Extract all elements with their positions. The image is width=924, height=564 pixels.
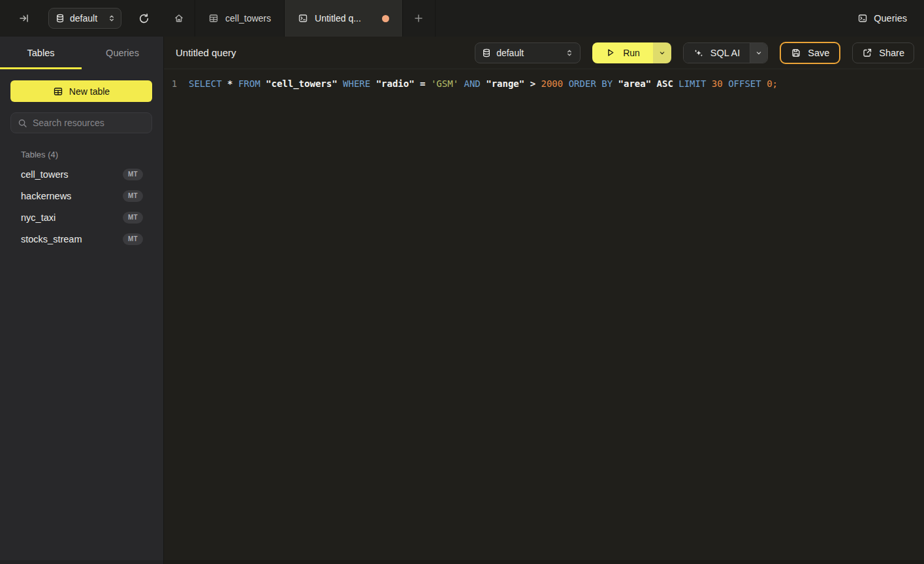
table-name: cell_towers: [21, 169, 69, 180]
search-icon: [18, 118, 27, 128]
top-bar: default: [0, 0, 924, 37]
query-database-value: default: [496, 48, 524, 58]
new-table-label: New table: [69, 86, 110, 97]
console-icon: [298, 13, 308, 24]
chevron-down-icon: [755, 49, 763, 57]
database-icon: [482, 48, 491, 58]
search-input[interactable]: [33, 118, 151, 128]
plus-icon: [413, 13, 424, 24]
table-row[interactable]: hackernews MT: [0, 185, 163, 207]
table-row[interactable]: cell_towers MT: [0, 163, 163, 185]
share-button[interactable]: Share: [852, 42, 914, 63]
search-box: [10, 112, 152, 133]
save-button[interactable]: Save: [780, 42, 840, 64]
database-selector[interactable]: default: [48, 8, 121, 29]
run-options-button[interactable]: [653, 42, 671, 63]
tables-section-title: Tables (4): [21, 150, 163, 159]
save-button-label: Save: [808, 48, 829, 58]
play-icon: [605, 48, 615, 58]
tab-label: cell_towers: [225, 13, 271, 24]
console-icon: [857, 13, 868, 24]
database-icon: [56, 14, 65, 23]
sidebar-tab-label: Queries: [106, 48, 139, 58]
database-selector-value: default: [70, 13, 97, 24]
table-icon: [53, 86, 63, 97]
toolbar-actions: default Run: [458, 42, 914, 64]
table-engine-badge: MT: [123, 190, 143, 202]
table-icon: [208, 13, 219, 24]
sidebar: Tables Queries New table Tables (4) cell…: [0, 37, 163, 564]
run-button-label: Run: [623, 48, 640, 58]
save-icon: [791, 48, 801, 58]
sidebar-tabs: Tables Queries: [0, 37, 163, 69]
collapse-sidebar-icon: [19, 13, 29, 24]
tab-cell-towers[interactable]: cell_towers: [195, 0, 285, 37]
main-area: Untitled query default: [163, 37, 924, 564]
code-line: 1 SELECT * FROM "cell_towers" WHERE "rad…: [164, 76, 924, 91]
sql-ai-button[interactable]: SQL AI: [684, 43, 750, 63]
topbar-left-section: default: [0, 0, 163, 37]
tab-home[interactable]: [163, 0, 195, 37]
sidebar-tab-tables[interactable]: Tables: [0, 37, 82, 69]
new-table-button[interactable]: New table: [10, 80, 152, 102]
chevron-down-icon: [658, 49, 666, 57]
sidebar-tab-queries[interactable]: Queries: [82, 37, 163, 69]
table-row[interactable]: stocks_stream MT: [0, 228, 163, 250]
refresh-button[interactable]: [136, 10, 152, 27]
unsaved-changes-dot: [382, 15, 389, 22]
new-tab-button[interactable]: [403, 0, 436, 37]
tab-untitled-query[interactable]: Untitled q...: [285, 0, 403, 37]
sidebar-tab-label: Tables: [27, 48, 55, 58]
sql-ai-options-button[interactable]: [750, 43, 767, 63]
code-content: SELECT * FROM "cell_towers" WHERE "radio…: [189, 76, 778, 91]
run-button[interactable]: Run: [592, 42, 653, 63]
share-button-label: Share: [879, 48, 904, 58]
table-row[interactable]: nyc_taxi MT: [0, 207, 163, 228]
table-engine-badge: MT: [123, 212, 143, 224]
table-list: cell_towers MT hackernews MT nyc_taxi MT…: [0, 163, 163, 250]
table-name: stocks_stream: [21, 234, 82, 244]
query-toolbar: Untitled query default: [164, 37, 924, 69]
line-number: 1: [164, 76, 185, 91]
sql-ai-split-button: SQL AI: [683, 42, 768, 63]
refresh-icon: [138, 13, 150, 24]
tab-bar: cell_towers Untitled q...: [163, 0, 436, 37]
table-engine-badge: MT: [123, 169, 143, 180]
queries-button-label: Queries: [874, 13, 907, 24]
chevron-updown-icon: [566, 48, 573, 58]
sparkles-icon: [693, 48, 704, 58]
topbar-right-section: Queries: [436, 0, 924, 37]
table-name: nyc_taxi: [21, 212, 56, 223]
table-engine-badge: MT: [123, 233, 143, 245]
collapse-sidebar-button[interactable]: [16, 10, 32, 26]
sql-editor[interactable]: 1 SELECT * FROM "cell_towers" WHERE "rad…: [164, 69, 924, 91]
home-icon: [174, 13, 184, 24]
sql-ai-label: SQL AI: [710, 48, 740, 58]
tab-label: Untitled q...: [315, 13, 361, 24]
share-icon: [862, 48, 872, 58]
table-name: hackernews: [21, 191, 71, 201]
queries-button[interactable]: Queries: [857, 13, 907, 24]
run-split-button: Run: [592, 42, 671, 63]
query-database-selector[interactable]: default: [475, 42, 581, 63]
query-title: Untitled query: [176, 47, 236, 58]
chevron-updown-icon: [108, 14, 116, 23]
